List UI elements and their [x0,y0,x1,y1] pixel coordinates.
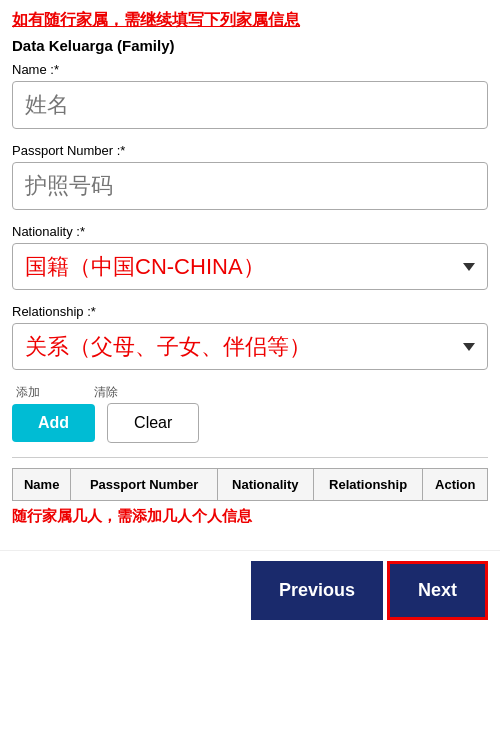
col-action: Action [423,469,488,501]
previous-button[interactable]: Previous [251,561,383,620]
clear-label: 清除 [94,384,118,401]
next-button[interactable]: Next [387,561,488,620]
nationality-select[interactable]: 国籍（中国CN-CHINA） [12,243,488,290]
action-buttons-row: Add Clear [12,403,488,443]
col-passport: Passport Number [71,469,217,501]
nationality-field-group: Nationality :* 国籍（中国CN-CHINA） [12,224,488,290]
relationship-label: Relationship :* [12,304,488,319]
col-relationship: Relationship [313,469,423,501]
btn-labels-row: 添加 清除 [12,384,488,401]
add-button[interactable]: Add [12,404,95,442]
page-container: 如有随行家属，需继续填写下列家属信息 Data Keluarga (Family… [0,0,500,550]
passport-input[interactable] [12,162,488,210]
name-label: Name :* [12,62,488,77]
clear-button[interactable]: Clear [107,403,199,443]
table-header: Name Passport Number Nationality Relatio… [13,469,488,501]
col-nationality: Nationality [217,469,313,501]
nationality-label: Nationality :* [12,224,488,239]
divider [12,457,488,458]
name-input[interactable] [12,81,488,129]
relationship-select[interactable]: 关系（父母、子女、伴侣等） [12,323,488,370]
family-table: Name Passport Number Nationality Relatio… [12,468,488,501]
relationship-field-group: Relationship :* 关系（父母、子女、伴侣等） [12,304,488,370]
table-header-row: Name Passport Number Nationality Relatio… [13,469,488,501]
name-field-group: Name :* [12,62,488,129]
section-title: Data Keluarga (Family) [12,37,488,54]
header-note: 如有随行家属，需继续填写下列家属信息 [12,10,488,31]
col-name: Name [13,469,71,501]
add-label: 添加 [16,384,40,401]
table-note: 随行家属几人，需添加几人个人信息 [12,507,488,526]
passport-field-group: Passport Number :* [12,143,488,210]
bottom-bar: Previous Next [0,550,500,630]
passport-label: Passport Number :* [12,143,488,158]
